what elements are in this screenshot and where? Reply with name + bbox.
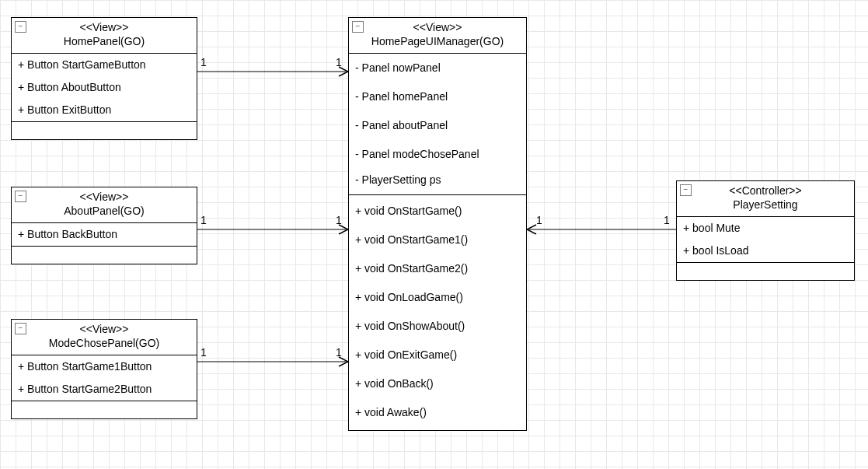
collapse-icon[interactable]: − — [15, 323, 26, 334]
class-header: − <<View>> AboutPanel(GO) — [12, 187, 197, 223]
class-header: − <<View>> HomePageUIManager(GO) — [349, 18, 526, 54]
class-name: HomePageUIManager(GO) — [371, 35, 504, 47]
collapse-icon[interactable]: − — [15, 21, 26, 33]
stereotype: <<View>> — [80, 191, 129, 203]
stereotype: <<View>> — [80, 21, 129, 33]
class-homepageuimanager[interactable]: − <<View>> HomePageUIManager(GO) - Panel… — [348, 17, 527, 431]
attr: - Panel homePanel — [349, 82, 526, 111]
method: + void OnShowAbout() — [349, 312, 526, 341]
attr: + Button AboutButton — [12, 76, 197, 99]
methods-empty — [12, 122, 197, 139]
attr: - Panel aboutPanel — [349, 111, 526, 140]
attr: + bool Mute — [677, 217, 854, 240]
attributes: + Button StartGame1Button + Button Start… — [12, 355, 197, 401]
class-name: AboutPanel(GO) — [64, 205, 145, 217]
class-header: − <<View>> HomePanel(GO) — [12, 18, 197, 54]
methods-empty — [12, 247, 197, 264]
methods: + void OnStartGame() + void OnStartGame1… — [349, 195, 526, 430]
class-name: PlayerSetting — [733, 198, 797, 211]
class-header: − <<View>> ModeChosePanel(GO) — [12, 320, 197, 355]
method: + void Awake() — [349, 398, 526, 430]
mult-aboutpanel-dst: 1 — [336, 214, 342, 226]
mult-aboutpanel-src: 1 — [200, 214, 207, 226]
method: + void OnLoadGame() — [349, 283, 526, 312]
stereotype: <<View>> — [413, 21, 462, 33]
mult-homepanel-dst: 1 — [336, 56, 342, 68]
mult-modepanel-dst: 1 — [336, 346, 342, 359]
method: + void OnBack() — [349, 369, 526, 398]
attributes: - Panel nowPanel - Panel homePanel - Pan… — [349, 54, 526, 195]
attributes: + bool Mute + bool IsLoad — [677, 217, 854, 263]
class-homepanel[interactable]: − <<View>> HomePanel(GO) + Button StartG… — [11, 17, 197, 140]
class-header: − <<Controller>> PlayerSetting — [677, 181, 854, 217]
mult-player-src: 1 — [664, 214, 670, 226]
class-aboutpanel[interactable]: − <<View>> AboutPanel(GO) + Button BackB… — [11, 187, 197, 264]
method: + void OnExitGame() — [349, 341, 526, 369]
method: + void OnStartGame() — [349, 195, 526, 226]
collapse-icon[interactable]: − — [15, 191, 26, 202]
collapse-icon[interactable]: − — [352, 21, 364, 33]
class-playersetting[interactable]: − <<Controller>> PlayerSetting + bool Mu… — [676, 180, 855, 281]
attr: - Panel nowPanel — [349, 54, 526, 82]
class-modechosepanel[interactable]: − <<View>> ModeChosePanel(GO) + Button S… — [11, 319, 197, 419]
attr: - Panel modeChosePanel — [349, 140, 526, 169]
mult-player-dst: 1 — [536, 214, 542, 226]
methods-empty — [12, 401, 197, 418]
class-name: ModeChosePanel(GO) — [49, 337, 159, 349]
stereotype: <<View>> — [80, 323, 129, 335]
attr: + Button StartGame1Button — [12, 355, 197, 378]
attr: - PlayerSetting ps — [349, 169, 526, 194]
attr: + Button StartGameButton — [12, 54, 197, 76]
collapse-icon[interactable]: − — [680, 184, 692, 196]
attributes: + Button BackButton — [12, 223, 197, 247]
mult-modepanel-src: 1 — [200, 346, 207, 359]
mult-homepanel-src: 1 — [200, 56, 207, 68]
class-name: HomePanel(GO) — [64, 35, 145, 47]
attr: + Button ExitButton — [12, 99, 197, 121]
attr: + Button BackButton — [12, 223, 197, 246]
attr: + bool IsLoad — [677, 240, 854, 262]
attr: + Button StartGame2Button — [12, 378, 197, 401]
attributes: + Button StartGameButton + Button AboutB… — [12, 54, 197, 122]
stereotype: <<Controller>> — [729, 184, 801, 197]
method: + void OnStartGame2() — [349, 254, 526, 283]
method: + void OnStartGame1() — [349, 226, 526, 254]
methods-empty — [677, 263, 854, 280]
